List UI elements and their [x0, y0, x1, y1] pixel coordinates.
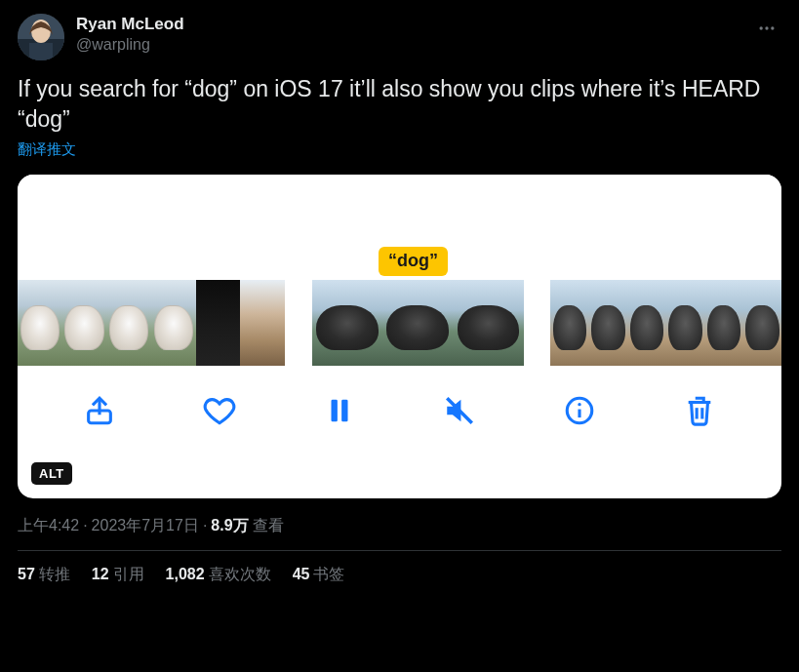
alt-badge[interactable]: ALT [31, 462, 72, 485]
tweet-text: If you search for “dog” on iOS 17 it’ll … [18, 74, 781, 135]
svg-point-13 [579, 403, 581, 406]
user-block: Ryan McLeod @warpling [76, 14, 184, 56]
display-name[interactable]: Ryan McLeod [76, 14, 184, 35]
avatar[interactable] [18, 14, 64, 60]
thumbnail [627, 280, 665, 366]
info-icon[interactable] [560, 391, 599, 430]
more-options-button[interactable] [750, 12, 783, 45]
heart-icon[interactable] [200, 391, 239, 430]
search-term-tooltip: “dog” [379, 247, 448, 276]
mute-icon[interactable] [440, 391, 479, 430]
thumbnail [106, 280, 151, 366]
tweet-meta: 上午4:42·2023年7月17日·8.9万 查看 [18, 516, 781, 536]
thumbnail [550, 280, 588, 366]
thumbnail [382, 280, 453, 366]
stats-row: 57转推 12引用 1,082喜欢次数 45书签 [18, 565, 781, 585]
svg-rect-8 [331, 400, 337, 422]
media-toolbar [18, 366, 781, 455]
views-label: 查看 [253, 517, 284, 534]
tweet-date[interactable]: 2023年7月17日 [92, 517, 199, 534]
clip-group[interactable] [18, 280, 285, 366]
media-attachment[interactable]: “dog” [18, 175, 781, 498]
tweet-time[interactable]: 上午4:42 [18, 517, 79, 534]
svg-rect-6 [29, 43, 53, 60]
thumbnail [704, 280, 742, 366]
retweets-stat[interactable]: 57转推 [18, 565, 70, 585]
likes-stat[interactable]: 1,082喜欢次数 [166, 565, 271, 585]
quotes-stat[interactable]: 12引用 [92, 565, 144, 585]
media-header-area: “dog” [18, 175, 781, 280]
svg-point-0 [760, 26, 763, 29]
svg-rect-9 [341, 400, 347, 422]
translate-link[interactable]: 翻译推文 [18, 140, 76, 159]
trash-icon[interactable] [680, 391, 719, 430]
thumbnail [453, 280, 523, 366]
clip-group[interactable] [550, 280, 781, 366]
thumbnail [18, 280, 62, 366]
tweet-header: Ryan McLeod @warpling [18, 14, 781, 60]
thumbnail [62, 280, 107, 366]
thumbnail [589, 280, 627, 366]
thumbnail [240, 280, 285, 366]
svg-point-1 [765, 26, 768, 29]
user-handle[interactable]: @warpling [76, 35, 184, 56]
bookmarks-stat[interactable]: 45书签 [293, 565, 345, 585]
thumbnail [743, 280, 781, 366]
thumbnail [196, 280, 241, 366]
clip-thumbnails-row [18, 280, 781, 366]
thumbnail [666, 280, 704, 366]
tweet-container: Ryan McLeod @warpling If you search for … [0, 0, 799, 595]
svg-point-2 [771, 26, 774, 29]
pause-icon[interactable] [320, 391, 359, 430]
share-icon[interactable] [80, 391, 119, 430]
clip-group[interactable] [312, 280, 524, 366]
thumbnail [151, 280, 196, 366]
views-count[interactable]: 8.9万 [211, 517, 248, 534]
thumbnail [312, 280, 382, 366]
divider [18, 550, 781, 551]
